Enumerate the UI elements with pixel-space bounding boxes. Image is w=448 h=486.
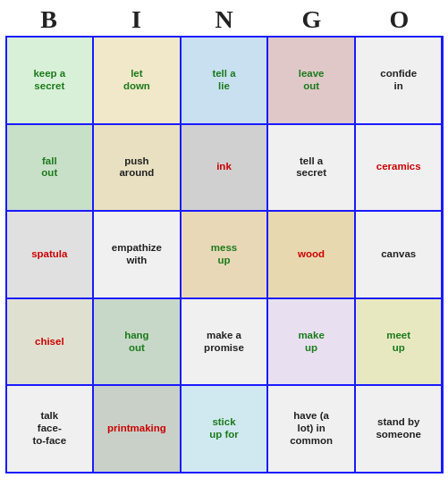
cell-text-empathize: empathizewith [112, 242, 162, 267]
cell-canvas: canvas [356, 212, 442, 297]
cell-stand-by: stand bysomeone [356, 386, 442, 472]
cell-text-stand-by: stand bysomeone [376, 416, 421, 441]
letter-o: O [356, 5, 444, 34]
cell-text-mess-up: messup [211, 242, 237, 267]
cell-text-make-up: makeup [298, 330, 324, 355]
cell-text-fall-out: fallout [41, 155, 57, 180]
cell-text-tell-lie: tell alie [212, 68, 235, 93]
letter-i: I [93, 5, 181, 34]
cell-lot-common: have (alot) incommon [268, 386, 354, 472]
cell-text-tell-secret2: tell asecret [296, 155, 326, 180]
cell-make-promise: make apromise [182, 299, 267, 385]
cell-printmaking: printmaking [94, 386, 180, 472]
cell-text-canvas: canvas [381, 248, 416, 261]
cell-meet-up: meetup [356, 299, 442, 385]
cell-text-spatula: spatula [31, 248, 67, 261]
cell-text-confide-in: confidein [380, 68, 417, 93]
cell-text-printmaking: printmaking [107, 423, 166, 435]
cell-wood: wood [268, 212, 354, 297]
cell-text-meet-up: meetup [386, 330, 410, 355]
cell-text-keep-secret: keep asecret [33, 68, 65, 93]
cell-empathize: empathizewith [94, 212, 180, 297]
letter-b: B [5, 5, 93, 34]
cell-hang-out: hangout [94, 299, 180, 385]
cell-text-make-promise: make apromise [204, 330, 244, 355]
cell-text-wood: wood [298, 248, 325, 261]
cell-make-up: makeup [268, 299, 354, 385]
cell-stick-up: stickup for [182, 386, 267, 472]
cell-text-let-down: letdown [123, 68, 150, 93]
bingo-grid: keep asecretletdowntell alieleaveoutconf… [5, 36, 444, 473]
cell-text-lot-common: have (alot) incommon [290, 410, 333, 447]
cell-ink: ink [182, 125, 267, 211]
letter-n: N [181, 5, 268, 34]
cell-text-ceramics: ceramics [376, 161, 421, 173]
cell-text-talk-face: talkface-to-face [32, 410, 66, 447]
cell-text-hang-out: hangout [124, 330, 148, 355]
cell-spatula: spatula [7, 212, 93, 297]
letter-g: G [268, 5, 356, 34]
cell-leave-out: leaveout [268, 38, 354, 123]
cell-chisel: chisel [7, 299, 93, 385]
cell-text-chisel: chisel [35, 336, 64, 348]
bingo-header: B I N G O [5, 5, 444, 34]
cell-tell-secret2: tell asecret [268, 125, 354, 211]
cell-text-stick-up: stickup for [209, 416, 239, 441]
cell-tell-lie: tell alie [182, 38, 267, 123]
cell-let-down: letdown [94, 38, 180, 123]
cell-mess-up: messup [182, 212, 267, 297]
cell-confide-in: confidein [356, 38, 442, 123]
cell-push-around: pusharound [94, 125, 180, 211]
cell-text-push-around: pusharound [119, 155, 154, 180]
cell-ceramics: ceramics [356, 125, 442, 211]
cell-fall-out: fallout [7, 125, 93, 211]
cell-keep-secret: keep asecret [7, 38, 93, 123]
cell-text-ink: ink [216, 161, 232, 173]
cell-text-leave-out: leaveout [299, 68, 325, 93]
cell-talk-face: talkface-to-face [7, 386, 93, 472]
